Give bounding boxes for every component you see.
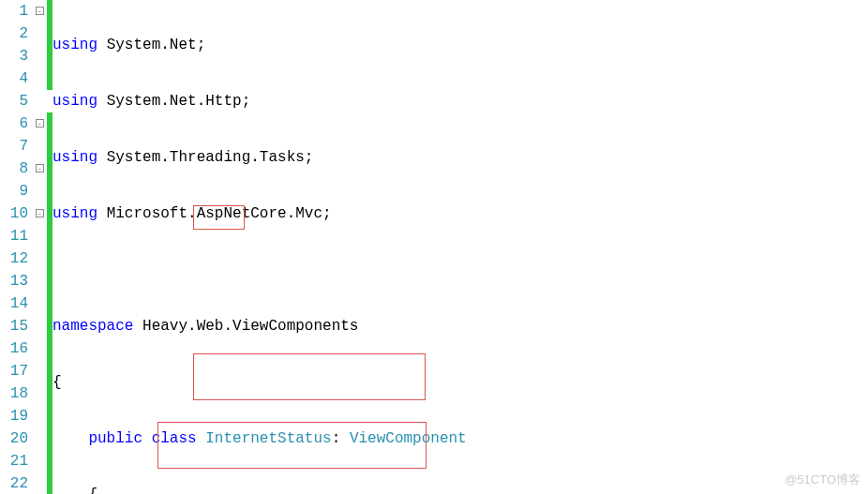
keyword: using bbox=[52, 37, 97, 53]
fold-toggle-icon[interactable]: - bbox=[36, 164, 44, 172]
code-line: { bbox=[52, 484, 868, 494]
line-number: 16 bbox=[0, 337, 28, 360]
line-number: 9 bbox=[0, 180, 28, 202]
line-number: 2 bbox=[0, 22, 28, 45]
namespace-text: System.Net.Http; bbox=[107, 93, 251, 110]
line-number: 19 bbox=[0, 405, 28, 427]
line-number: 12 bbox=[0, 247, 28, 270]
line-number: 8 bbox=[0, 157, 28, 180]
line-number: 5 bbox=[0, 90, 28, 112]
namespace-text: System.Threading.Tasks; bbox=[107, 149, 314, 166]
line-number: 20 bbox=[0, 427, 28, 450]
line-number: 10 bbox=[0, 202, 28, 225]
class-name: InternetStatus bbox=[205, 430, 331, 447]
watermark: @51CTO博客 bbox=[785, 472, 861, 488]
keyword: class bbox=[152, 430, 197, 447]
code-line: using System.Threading.Tasks; bbox=[52, 146, 868, 169]
code-line: using System.Net; bbox=[52, 34, 868, 56]
keyword: public bbox=[88, 430, 142, 447]
line-number: 13 bbox=[0, 270, 28, 292]
colon: : bbox=[332, 430, 350, 447]
line-number-gutter: 1 2 3 4 5 6 7 8 9 10 11 12 13 14 15 16 1… bbox=[0, 0, 34, 494]
keyword: namespace bbox=[52, 318, 133, 335]
line-number: 17 bbox=[0, 360, 28, 382]
brace: { bbox=[88, 487, 97, 494]
fold-toggle-icon[interactable]: - bbox=[36, 119, 44, 127]
namespace-text: Microsoft.AspNetCore.Mvc; bbox=[107, 205, 332, 222]
brace: { bbox=[52, 374, 62, 391]
fold-toggle-icon[interactable]: - bbox=[36, 209, 44, 217]
base-class: ViewComponent bbox=[350, 430, 467, 447]
code-area[interactable]: using System.Net; using System.Net.Http;… bbox=[52, 0, 868, 494]
line-number: 15 bbox=[0, 315, 28, 337]
keyword: using bbox=[52, 149, 97, 166]
code-line: using System.Net.Http; bbox=[52, 90, 868, 112]
namespace-name: Heavy.Web.ViewComponents bbox=[142, 318, 358, 335]
code-line: public class InternetStatus: ViewCompone… bbox=[52, 427, 868, 450]
namespace-text: System.Net; bbox=[107, 37, 206, 53]
code-line bbox=[52, 259, 868, 281]
line-number: 1 bbox=[0, 0, 28, 22]
line-number: 3 bbox=[0, 45, 28, 67]
line-number: 18 bbox=[0, 382, 28, 405]
line-number: 11 bbox=[0, 225, 28, 247]
code-editor[interactable]: 1 2 3 4 5 6 7 8 9 10 11 12 13 14 15 16 1… bbox=[0, 0, 868, 494]
line-number: 14 bbox=[0, 292, 28, 315]
code-line: using Microsoft.AspNetCore.Mvc; bbox=[52, 202, 868, 225]
line-number: 22 bbox=[0, 472, 28, 494]
line-number: 6 bbox=[0, 112, 28, 135]
keyword: using bbox=[52, 205, 97, 222]
line-number: 7 bbox=[0, 135, 28, 157]
line-number: 4 bbox=[0, 67, 28, 90]
code-line: { bbox=[52, 371, 868, 394]
code-line: namespace Heavy.Web.ViewComponents bbox=[52, 315, 868, 337]
fold-toggle-icon[interactable]: - bbox=[36, 7, 44, 15]
line-number: 21 bbox=[0, 450, 28, 472]
keyword: using bbox=[52, 93, 97, 110]
fold-column: - - - - bbox=[34, 0, 47, 494]
